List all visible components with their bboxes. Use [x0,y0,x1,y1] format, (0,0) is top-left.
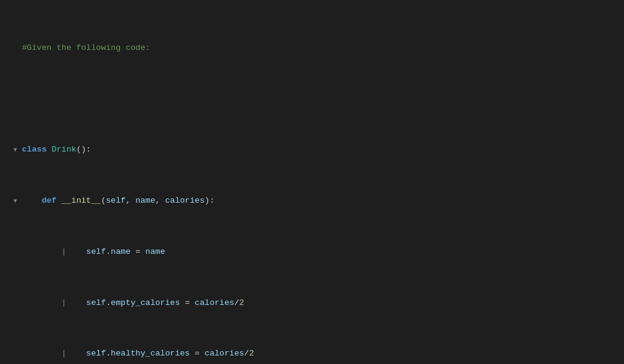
gutter-6 [0,297,11,310]
code-editor[interactable]: #Given the following code: ▼ class Drink… [0,0,624,364]
line-5: | self.name = name [0,246,624,259]
fold-4: ▼ [11,195,20,208]
line-7: | self.healthy_calories = calories/2 [0,348,624,360]
fold-3: ▼ [11,144,20,156]
fold-1 [11,42,20,55]
fold-2 [11,93,20,106]
fold-7 [11,348,20,360]
gutter-1 [0,42,11,55]
line-3: ▼ class Drink(): [0,144,624,156]
gutter-3 [0,144,11,156]
code-content: #Given the following code: ▼ class Drink… [0,0,624,364]
fold-6 [11,297,20,310]
line-1: #Given the following code: [0,42,624,55]
line-2 [0,93,624,106]
gutter-5 [0,246,11,259]
gutter-4 [0,195,11,208]
line-4: ▼ def __init__(self, name, calories): [0,195,624,208]
line-6: | self.empty_calories = calories/2 [0,297,624,310]
gutter-7 [0,348,11,360]
gutter-2 [0,93,11,106]
fold-5 [11,246,20,259]
